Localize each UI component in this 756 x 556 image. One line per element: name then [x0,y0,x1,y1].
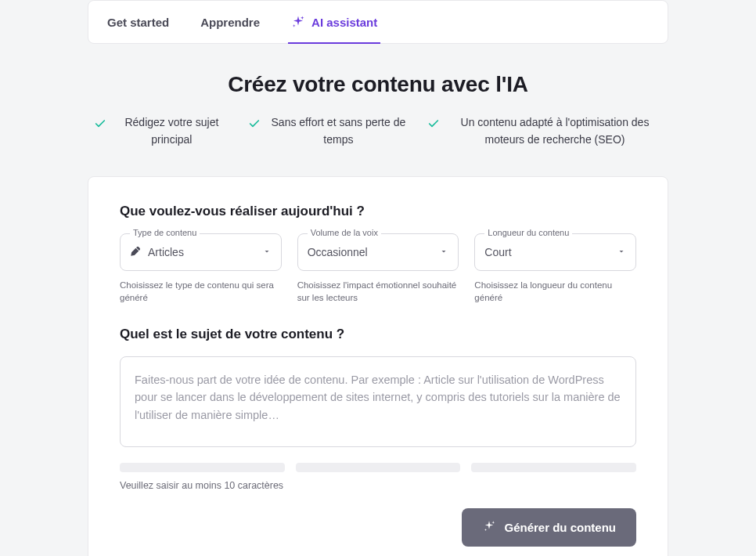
benefit-item: Rédigez votre sujet principal [94,114,229,148]
caret-down-icon [617,245,626,259]
voice-select[interactable]: Volume de la voix Occasionnel [297,233,459,271]
select-value: Court [484,246,610,258]
field-helper: Choisissez la longueur du contenu généré [474,279,636,304]
benefit-text: Rédigez votre sujet principal [114,114,229,148]
tab-label: Get started [107,16,169,29]
tab-label: AI assistant [311,16,377,29]
length-select[interactable]: Longueur du contenu Court [474,233,636,271]
topic-question: Quel est le sujet de votre contenu ? [120,327,636,342]
field-label: Type de contenu [130,228,200,237]
tab-learn[interactable]: Apprendre [200,1,260,43]
caret-down-icon [439,245,448,259]
sparkle-icon [482,519,496,536]
check-icon [94,117,106,133]
tab-label: Apprendre [200,16,260,29]
check-icon [427,117,440,133]
select-value: Occasionnel [308,246,434,258]
field-voice: Volume de la voix Occasionnel Choisissez… [297,233,459,304]
field-length: Longueur du contenu Court Choisissez la … [474,233,636,304]
field-helper: Choisissez le type de contenu qui sera g… [120,279,282,304]
form-card: Que voulez-vous réaliser aujourd'hui ? T… [88,176,668,556]
benefit-item: Sans effort et sans perte de temps [248,114,409,148]
goal-question: Que voulez-vous réaliser aujourd'hui ? [120,204,636,219]
caret-down-icon [262,245,272,259]
topic-textarea[interactable] [120,356,636,447]
field-helper: Choisissez l'impact émotionnel souhaité … [297,279,459,304]
benefits-row: Rédigez votre sujet principal Sans effor… [88,114,668,148]
page-title: Créez votre contenu avec l'IA [88,72,668,97]
min-chars-hint: Veuillez saisir au moins 10 caractères [120,480,636,491]
selects-row: Type de contenu Articles Choisissez le t… [120,233,636,304]
skeleton-bar [296,463,461,472]
skeleton-bar [120,463,285,472]
benefit-item: Un contenu adapté à l'optimisation des m… [427,114,662,148]
actions-row: Générer du contenu [120,508,636,547]
field-label: Longueur du contenu [484,228,572,237]
check-icon [248,117,261,133]
benefit-text: Un contenu adapté à l'optimisation des m… [448,114,662,148]
button-label: Générer du contenu [504,521,616,534]
sparkle-icon [291,15,305,29]
skeleton-row [120,463,636,472]
tab-ai-assistant[interactable]: AI assistant [291,1,377,43]
tabs: Get started Apprendre AI assistant [88,0,668,44]
generate-button[interactable]: Générer du contenu [462,508,636,547]
field-content-type: Type de contenu Articles Choisissez le t… [120,233,282,304]
benefit-text: Sans effort et sans perte de temps [268,114,409,148]
select-value: Articles [148,246,256,258]
pin-icon [130,245,142,260]
field-label: Volume de la voix [308,228,381,237]
content-type-select[interactable]: Type de contenu Articles [120,233,282,271]
tab-get-started[interactable]: Get started [107,1,169,43]
skeleton-bar [471,463,636,472]
hero: Créez votre contenu avec l'IA Rédigez vo… [88,72,668,148]
